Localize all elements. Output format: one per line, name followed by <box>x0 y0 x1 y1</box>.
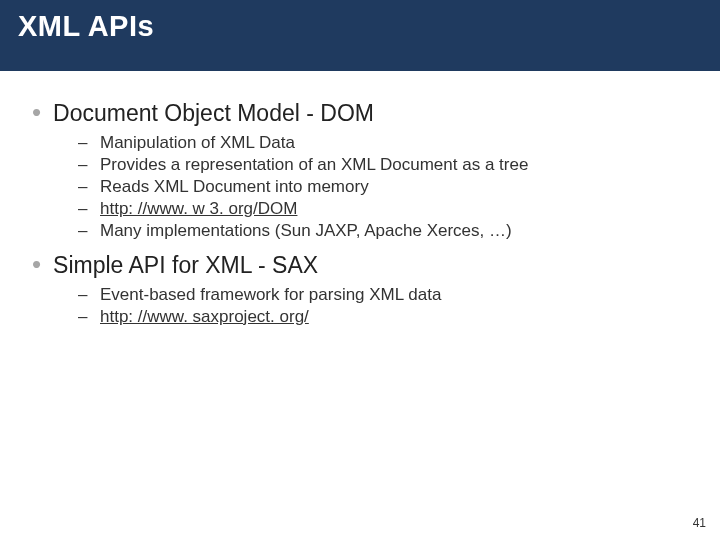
bullet-icon: • <box>32 251 41 277</box>
sub-item-text: Manipulation of XML Data <box>100 133 295 153</box>
title-band: XML APIs <box>0 0 720 71</box>
list-item: – Event-based framework for parsing XML … <box>78 285 692 305</box>
list-item: – Many implementations (Sun JAXP, Apache… <box>78 221 692 241</box>
section-heading: Document Object Model - DOM <box>53 100 374 127</box>
sub-item-text: Event-based framework for parsing XML da… <box>100 285 441 305</box>
slide-title: XML APIs <box>18 10 720 43</box>
page-number: 41 <box>693 516 706 530</box>
dash-icon: – <box>78 307 90 327</box>
dash-icon: – <box>78 221 90 241</box>
list-item: • Simple API for XML - SAX – Event-based… <box>32 251 692 327</box>
list-item: – Manipulation of XML Data <box>78 133 692 153</box>
dash-icon: – <box>78 285 90 305</box>
bullet-icon: • <box>32 99 41 125</box>
bullet-list-level1: • Document Object Model - DOM – Manipula… <box>32 99 692 327</box>
list-item: – http: //www. w 3. org/DOM <box>78 199 692 219</box>
list-item: • Document Object Model - DOM – Manipula… <box>32 99 692 241</box>
sub-item-text: Provides a representation of an XML Docu… <box>100 155 528 175</box>
section-heading: Simple API for XML - SAX <box>53 252 318 279</box>
slide-content: • Document Object Model - DOM – Manipula… <box>0 71 720 327</box>
slide: XML APIs • Document Object Model - DOM –… <box>0 0 720 540</box>
list-item: – http: //www. saxproject. org/ <box>78 307 692 327</box>
dash-icon: – <box>78 155 90 175</box>
list-item: – Reads XML Document into memory <box>78 177 692 197</box>
sub-item-text: Reads XML Document into memory <box>100 177 369 197</box>
bullet-list-level2: – Manipulation of XML Data – Provides a … <box>78 133 692 241</box>
dash-icon: – <box>78 133 90 153</box>
bullet-list-level2: – Event-based framework for parsing XML … <box>78 285 692 327</box>
sub-item-text: Many implementations (Sun JAXP, Apache X… <box>100 221 512 241</box>
list-item: – Provides a representation of an XML Do… <box>78 155 692 175</box>
dash-icon: – <box>78 199 90 219</box>
dash-icon: – <box>78 177 90 197</box>
sub-item-link[interactable]: http: //www. saxproject. org/ <box>100 307 309 327</box>
sub-item-link[interactable]: http: //www. w 3. org/DOM <box>100 199 297 219</box>
